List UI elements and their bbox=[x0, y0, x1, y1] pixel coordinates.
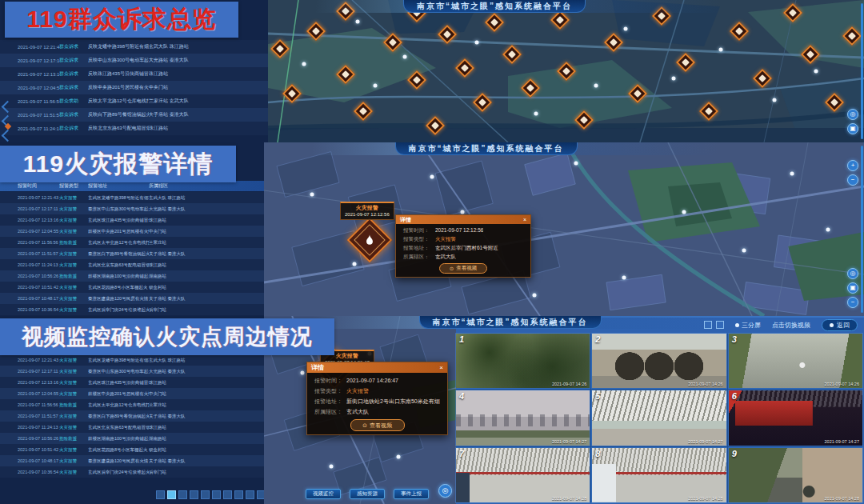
poi-dot-marker[interactable] bbox=[594, 83, 598, 87]
table-row[interactable]: 2021-09-07 12:04:55火灾报警鼓楼区中央路201号居民楼有火情中… bbox=[0, 226, 264, 237]
fire-marker-icon[interactable] bbox=[652, 6, 671, 26]
table-row[interactable]: 2021-09-07 12:17:11火灾报警秦淮区中山东路300号电动车起火大… bbox=[0, 366, 264, 377]
fire-marker-icon[interactable] bbox=[502, 45, 522, 64]
poi-dot-marker[interactable] bbox=[301, 370, 305, 374]
back-button[interactable]: 返回 bbox=[822, 319, 858, 331]
layers-icon[interactable]: ▣ bbox=[847, 123, 858, 134]
fire-marker-icon[interactable] bbox=[473, 93, 492, 112]
fire-marker-icon[interactable] bbox=[336, 65, 355, 84]
fire-marker-icon[interactable] bbox=[675, 53, 694, 72]
page-indicator[interactable] bbox=[234, 490, 243, 499]
view-video-button[interactable]: ⊙ 查看视频 bbox=[439, 263, 487, 274]
table-row[interactable]: 2021-09-07 10:56:26抢险救援鼓楼区湖南路100号沿街商铺起火湖… bbox=[0, 270, 264, 282]
zoom-out-icon[interactable]: − bbox=[847, 297, 858, 308]
video-feed-9[interactable]: 92021-09-07 14:28 bbox=[729, 448, 862, 502]
table-row[interactable]: 2021-09-07 11:56:56群众求助反映太平北路12号仓库电线打火兰家… bbox=[0, 94, 268, 108]
page-indicator[interactable] bbox=[156, 490, 165, 499]
fire-marker-icon[interactable] bbox=[604, 33, 623, 52]
view-video-button[interactable]: ⊙ 查看视频 bbox=[350, 419, 405, 431]
city-map-alarm[interactable]: 南京市“城市之眼”感知系统融合平台 火灾报警 2021-09-07 12:12:… bbox=[264, 142, 864, 316]
locate-icon[interactable]: ◎ bbox=[847, 109, 858, 120]
poi-dot-marker[interactable] bbox=[352, 262, 356, 266]
table-row[interactable]: 2021-09-07 12:21:43群众诉求反映龙蟠中路398号附近有烟雾玄武… bbox=[0, 40, 268, 54]
table-row[interactable]: 2021-09-07 12:13:16火灾报警玄武区珠江路435号沿街商铺冒烟珠… bbox=[0, 377, 264, 388]
fire-marker-icon[interactable] bbox=[556, 62, 575, 81]
poi-dot-marker[interactable] bbox=[682, 210, 686, 214]
poi-dot-marker[interactable] bbox=[534, 112, 538, 116]
fire-marker-icon[interactable] bbox=[783, 3, 802, 22]
fire-marker-icon[interactable] bbox=[354, 102, 373, 121]
fire-marker-icon[interactable] bbox=[550, 10, 570, 30]
fire-marker-icon[interactable] bbox=[521, 78, 540, 98]
page-indicator[interactable] bbox=[246, 490, 254, 499]
table-row[interactable]: 2021-09-07 11:24:13火灾报警玄武区北京东路63号配电箱冒烟珠江… bbox=[0, 422, 264, 433]
fire-marker-icon[interactable] bbox=[628, 84, 647, 103]
table-row[interactable]: 2021-09-07 11:24:13火灾报警玄武区北京东路63号配电箱冒烟珠江… bbox=[0, 259, 264, 270]
poi-dot-marker[interactable] bbox=[355, 19, 359, 23]
poi-dot-marker[interactable] bbox=[310, 193, 314, 197]
table-row[interactable]: 2021-09-07 10:36:54火灾报警玄武区后宰门街24号垃圾堆起火后宰… bbox=[0, 466, 264, 478]
poi-dot-marker[interactable] bbox=[430, 175, 434, 179]
map-scrollbar[interactable] bbox=[861, 3, 863, 139]
poi-dot-marker[interactable] bbox=[474, 41, 478, 45]
poi-dot-marker[interactable] bbox=[397, 455, 401, 459]
poi-dot-marker[interactable] bbox=[574, 162, 578, 166]
video-feed-5[interactable]: 52021-09-07 14:27 bbox=[592, 390, 726, 445]
page-indicator[interactable] bbox=[257, 490, 264, 499]
fire-marker-icon[interactable] bbox=[842, 26, 862, 45]
poi-dot-marker[interactable] bbox=[622, 276, 626, 280]
table-row[interactable]: 2021-09-07 12:17:11群众诉求反映中山东路300号电动车起火大光… bbox=[0, 54, 268, 67]
fire-marker-icon[interactable] bbox=[730, 22, 749, 41]
table-row[interactable]: 2021-09-07 11:56:56抢险救援玄武区太平北路12号仓库电线打火兰… bbox=[0, 237, 264, 248]
city-map-overview[interactable]: 南京市“城市之眼”感知系统融合平台 ◎ ▣ bbox=[268, 0, 864, 142]
fire-marker-icon[interactable] bbox=[455, 58, 474, 78]
poi-dot-marker[interactable] bbox=[719, 48, 723, 52]
table-row[interactable]: 2021-09-07 12:13:16群众诉求反映珠江路435号沿街商铺冒烟珠江… bbox=[0, 67, 268, 81]
video-feed-8[interactable]: 82021-09-07 14:28 bbox=[592, 448, 726, 502]
table-row[interactable]: 2021-09-07 11:51:57火灾报警秦淮区白下路89号餐馆油锅起火夫子… bbox=[0, 410, 264, 422]
zoom-out-icon[interactable]: − bbox=[847, 174, 858, 186]
table-row[interactable]: 2021-09-07 11:51:57群众诉求反映白下路89号餐馆油锅起火夫子庙… bbox=[0, 108, 268, 122]
layer-button-video[interactable]: 视频监控 bbox=[306, 489, 341, 499]
layers-icon[interactable]: ▣ bbox=[847, 282, 858, 294]
single-layout-icon[interactable] bbox=[716, 321, 724, 329]
page-indicator[interactable] bbox=[212, 490, 221, 499]
fire-marker-icon[interactable] bbox=[753, 69, 772, 88]
poi-dot-marker[interactable] bbox=[532, 293, 536, 297]
poi-dot-marker[interactable] bbox=[773, 98, 777, 102]
poi-dot-marker[interactable] bbox=[814, 70, 818, 74]
page-indicator[interactable] bbox=[190, 490, 198, 499]
table-row[interactable]: 2021-09-07 12:04:55火灾报警鼓楼区中央路201号居民楼有火情中… bbox=[0, 388, 264, 399]
close-icon[interactable]: × bbox=[439, 364, 443, 371]
fire-marker-icon[interactable] bbox=[407, 70, 426, 90]
page-indicator[interactable] bbox=[223, 490, 232, 499]
table-row[interactable]: 2021-09-07 11:56:56抢险救援玄武区太平北路12号仓库电线打火兰… bbox=[0, 399, 264, 410]
poi-dot-marker[interactable] bbox=[790, 172, 794, 176]
poi-dot-marker[interactable] bbox=[624, 26, 628, 30]
fire-marker-icon[interactable] bbox=[485, 13, 504, 32]
map-scrollbar[interactable] bbox=[861, 146, 863, 313]
zoom-in-icon[interactable]: + bbox=[847, 160, 858, 171]
poi-dot-marker[interactable] bbox=[671, 76, 675, 80]
table-row[interactable]: 2021-09-07 10:48:17火灾报警秦淮区建康路120号民房有火情夫子… bbox=[0, 455, 264, 466]
locate-icon[interactable]: ◎ bbox=[847, 268, 858, 279]
page-indicator[interactable] bbox=[178, 490, 187, 499]
fire-marker-icon[interactable] bbox=[336, 2, 355, 21]
close-icon[interactable]: × bbox=[523, 217, 526, 222]
table-row[interactable]: 2021-09-07 11:51:57火灾报警秦淮区白下路89号餐馆油锅起火夫子… bbox=[0, 248, 264, 259]
table-row[interactable]: 2021-09-07 12:04:55群众诉求反映中央路201号居民楼有火情中央… bbox=[0, 81, 268, 94]
poi-dot-marker[interactable] bbox=[403, 55, 407, 59]
poi-dot-marker[interactable] bbox=[460, 210, 464, 214]
video-feed-1[interactable]: 12021-09-07 14:26 bbox=[456, 334, 590, 388]
layer-button-event[interactable]: 事件上报 bbox=[394, 489, 429, 499]
table-row[interactable]: 2021-09-07 10:51:42火灾报警玄武区花园路8号小区车棚起火锁金村… bbox=[0, 444, 264, 455]
fire-marker-icon[interactable] bbox=[574, 110, 594, 129]
video-feed-3[interactable]: 32021-09-07 14:26 bbox=[729, 334, 862, 388]
fire-marker-icon[interactable] bbox=[306, 22, 326, 41]
table-row[interactable]: 2021-09-07 10:51:42火灾报警玄武区花园路8号小区车棚起火锁金村… bbox=[0, 282, 264, 293]
layer-button-sensor[interactable]: 感知资源 bbox=[350, 489, 385, 499]
video-feed-2[interactable]: 22021-09-07 14:26 bbox=[592, 334, 726, 388]
locate-icon[interactable]: ◎ bbox=[438, 484, 452, 498]
fire-marker-icon[interactable] bbox=[437, 25, 456, 44]
video-feed-7[interactable]: 72021-09-07 14:28 bbox=[456, 448, 590, 502]
